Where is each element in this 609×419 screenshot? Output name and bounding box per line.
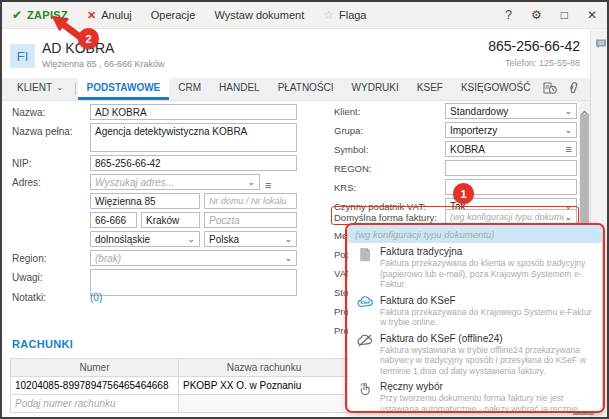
nip-input[interactable]: 865-256-66-42 bbox=[90, 155, 297, 171]
issue-document-label: Wystaw dokument bbox=[214, 9, 304, 21]
tab-wydruki[interactable]: WYDRUKI bbox=[343, 78, 408, 100]
tab-bar: KLIENT ⌄ PODSTAWOWE CRM HANDEL PŁATNOŚCI… bbox=[2, 78, 590, 101]
full-name-textarea[interactable]: Agencja detektywistyczna KOBRA bbox=[90, 123, 297, 152]
address-search-input[interactable]: Wyszukaj adres...⌄ bbox=[90, 174, 260, 190]
krs-label: KRS: bbox=[334, 182, 356, 193]
notes-count-link[interactable]: (0) bbox=[90, 292, 102, 303]
close-button[interactable]: ✕ bbox=[587, 8, 597, 22]
city-value: Kraków bbox=[146, 215, 195, 226]
operations-menu-button[interactable]: Operacje bbox=[151, 9, 196, 21]
tab-crm[interactable]: CRM bbox=[169, 78, 210, 100]
address-menu-button[interactable]: ≡ bbox=[265, 175, 271, 193]
flag-label: Flaga bbox=[339, 9, 367, 21]
tab-podstawowe[interactable]: PODSTAWOWE bbox=[78, 78, 170, 100]
name-input[interactable]: AD KOBRA bbox=[90, 104, 297, 120]
tab-crm-label: CRM bbox=[178, 82, 201, 93]
accounts-section-heading: RACHUNKI bbox=[12, 338, 73, 350]
new-account-number-input[interactable]: Podaj numer rachunku bbox=[10, 395, 178, 412]
dropdown-option-faktura-do-ksef-offline24[interactable]: Faktura do KSeF (offline24) Faktura wyst… bbox=[348, 330, 602, 379]
province-value: dolnośląskie bbox=[95, 234, 187, 245]
cancel-button[interactable]: ✕ Anuluj bbox=[87, 9, 132, 22]
tab-platnosci[interactable]: PŁATNOŚCI bbox=[269, 78, 343, 100]
region-select[interactable]: (brak)⌄ bbox=[90, 250, 297, 266]
default-invoice-form-label: Domyślna forma faktury: bbox=[334, 212, 437, 223]
maximize-button[interactable]: □ bbox=[561, 8, 568, 22]
new-account-name-cell bbox=[178, 395, 349, 412]
remarks-label: Uwagi: bbox=[12, 272, 43, 283]
symbol-value: KOBRA bbox=[450, 144, 566, 155]
default-invoice-form-select[interactable]: (wg konfiguracji typu dokumentu)⌄ bbox=[445, 209, 577, 225]
dropdown-option-reczny-wybor[interactable]: Ręczny wybór Przy tworzeniu dokumentu fo… bbox=[348, 378, 602, 411]
invoice-form-dropdown: (wg konfiguracji typu dokumentu) Faktura… bbox=[348, 225, 602, 411]
chevron-down-icon: ⌄ bbox=[284, 235, 292, 244]
address-search-placeholder: Wyszukaj adres... bbox=[95, 177, 247, 188]
scroll-up-arrow-icon[interactable] bbox=[580, 103, 589, 111]
column-header-account-name[interactable]: Nazwa rachunku bbox=[178, 359, 349, 376]
country-select[interactable]: Polska⌄ bbox=[204, 231, 297, 247]
column-header-number[interactable]: Numer bbox=[10, 359, 178, 376]
check-icon: ✔ bbox=[12, 8, 22, 22]
form-content: Nazwa: AD KOBRA Nazwa pełna: Agencja det… bbox=[2, 101, 590, 417]
save-button-label: ZAPISZ bbox=[27, 9, 68, 21]
dropdown-option-default[interactable]: (wg konfiguracji typu dokumentu) bbox=[348, 225, 602, 243]
option-title: Faktura do KSeF (offline24) bbox=[380, 333, 596, 345]
group-select[interactable]: Importerzy⌄ bbox=[445, 122, 577, 138]
option-description: Faktura przekazywana do Krajowego System… bbox=[380, 307, 596, 328]
chevron-down-icon: ⌄ bbox=[284, 254, 292, 263]
operations-label: Operacje bbox=[151, 9, 196, 21]
comments-icon[interactable] bbox=[595, 36, 607, 54]
group-label: Grupa: bbox=[334, 125, 363, 136]
tab-ksef[interactable]: KSEF bbox=[408, 78, 452, 100]
chevron-down-icon: ⌄ bbox=[187, 235, 195, 244]
scrollbar-thumb[interactable] bbox=[580, 114, 589, 230]
region-label: Region: bbox=[12, 253, 46, 264]
street-input[interactable]: Więzienna 85 bbox=[90, 193, 200, 209]
symbol-input[interactable]: KOBRA≡ bbox=[445, 141, 577, 157]
tab-klient[interactable]: KLIENT ⌄ bbox=[8, 78, 73, 100]
client-select[interactable]: Standardowy⌄ bbox=[445, 103, 577, 119]
street-value: Więzienna 85 bbox=[95, 196, 195, 207]
cancel-button-label: Anuluj bbox=[101, 9, 132, 21]
tab-handel-label: HANDEL bbox=[219, 82, 260, 93]
regon-input[interactable] bbox=[445, 160, 577, 176]
hamburger-icon: ≡ bbox=[265, 179, 271, 191]
option-description: Przy tworzeniu dokumentu forma faktury n… bbox=[380, 393, 596, 411]
help-button[interactable]: ? bbox=[505, 8, 512, 22]
record-address: Więzienna 85 , 66-666 Kraków bbox=[42, 59, 165, 69]
tab-ksiegowosc[interactable]: KSIĘGOWOŚĆ bbox=[452, 78, 539, 100]
option-description: Faktura przekazywana do klienta w sposób… bbox=[380, 258, 596, 290]
remarks-textarea[interactable] bbox=[90, 269, 297, 296]
history-icon[interactable] bbox=[543, 81, 557, 97]
chevron-down-icon: ⌄ bbox=[564, 126, 572, 135]
region-placeholder: (brak) bbox=[95, 253, 284, 264]
x-icon: ✕ bbox=[87, 9, 96, 22]
postal-code-input[interactable]: 66-666 bbox=[90, 212, 137, 228]
house-number-input[interactable]: Nr domu / Nr lokalu bbox=[204, 193, 297, 209]
house-number-placeholder: Nr domu / Nr lokalu bbox=[209, 196, 292, 206]
issue-document-button[interactable]: Wystaw dokument bbox=[214, 9, 304, 21]
chevron-down-icon: ⌄ bbox=[564, 213, 572, 222]
city-input[interactable]: Kraków bbox=[141, 212, 200, 228]
full-name-label: Nazwa pełna: bbox=[12, 126, 73, 137]
annotation-step-badge-1: 1 bbox=[453, 183, 474, 204]
dropdown-option-faktura-do-ksef[interactable]: KSeF Faktura do KSeF Faktura przekazywan… bbox=[348, 292, 602, 330]
default-invoice-form-value: (wg konfiguracji typu dokumentu) bbox=[450, 212, 564, 222]
flag-button[interactable]: ☆ Flaga bbox=[323, 8, 366, 22]
nip-label: NIP: bbox=[12, 158, 31, 169]
attachment-paperclip-icon[interactable] bbox=[567, 81, 580, 97]
hamburger-icon: ≡ bbox=[566, 144, 572, 155]
post-office-input[interactable]: Poczta bbox=[204, 212, 297, 228]
option-title: Faktura tradycyjna bbox=[380, 246, 596, 258]
entity-type-badge: FI bbox=[10, 44, 35, 68]
dropdown-option-faktura-tradycyjna[interactable]: Faktura tradycyjna Faktura przekazywana … bbox=[348, 243, 602, 292]
symbol-label: Symbol: bbox=[334, 144, 368, 155]
settings-gear-icon[interactable]: ⚙ bbox=[531, 8, 542, 22]
save-button[interactable]: ✔ ZAPISZ bbox=[12, 8, 68, 22]
account-name-cell[interactable]: PKOBP XX O. w Poznaniu bbox=[178, 377, 349, 394]
tab-ksef-label: KSEF bbox=[417, 82, 443, 93]
option-title: Ręczny wybór bbox=[380, 381, 596, 393]
account-number-cell[interactable]: 10204085-8997894756465464668 bbox=[10, 377, 178, 394]
tab-ksiegowosc-label: KSIĘGOWOŚĆ bbox=[461, 82, 530, 93]
province-select[interactable]: dolnośląskie⌄ bbox=[90, 231, 200, 247]
tab-handel[interactable]: HANDEL bbox=[210, 78, 269, 100]
